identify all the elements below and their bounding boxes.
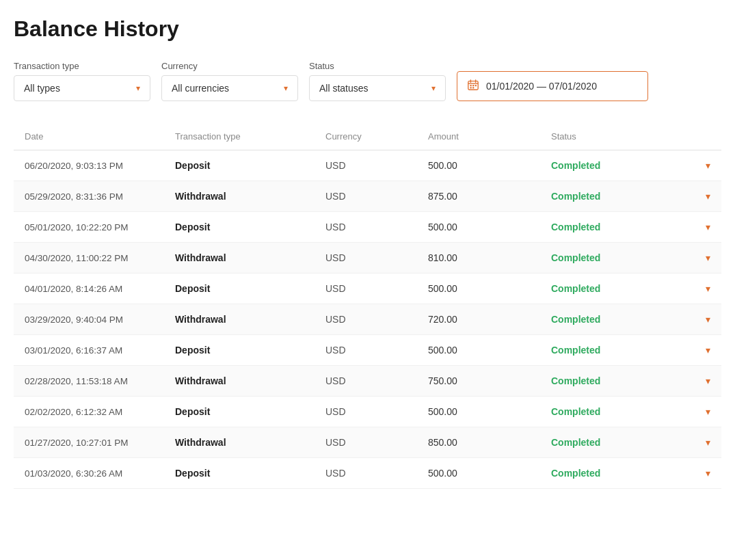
cell-type: Deposit (175, 160, 325, 171)
header-expand (678, 131, 710, 142)
cell-expand[interactable]: ▾ (678, 160, 710, 171)
table-row[interactable]: 02/02/2020, 6:12:32 AM Deposit USD 500.0… (14, 397, 721, 427)
cell-expand[interactable]: ▾ (678, 252, 710, 263)
status-select[interactable]: All statuses ▾ (309, 75, 446, 101)
transaction-type-chevron-icon: ▾ (136, 83, 140, 93)
cell-status: Completed (551, 283, 678, 294)
cell-amount: 750.00 (428, 375, 551, 386)
cell-amount: 500.00 (428, 468, 551, 479)
transaction-type-filter: Transaction type All types ▾ (14, 61, 150, 101)
status-label: Status (309, 61, 446, 71)
calendar-icon (467, 79, 479, 94)
status-value: All statuses (319, 83, 369, 94)
table-body: 06/20/2020, 9:03:13 PM Deposit USD 500.0… (14, 150, 721, 489)
svg-rect-4 (470, 85, 472, 86)
cell-type: Deposit (175, 406, 325, 417)
cell-currency: USD (325, 222, 428, 232)
cell-amount: 850.00 (428, 437, 551, 448)
expand-chevron-icon: ▾ (706, 252, 710, 263)
expand-chevron-icon: ▾ (706, 345, 710, 356)
page-title: Balance History (14, 16, 721, 42)
table-row[interactable]: 05/29/2020, 8:31:36 PM Withdrawal USD 87… (14, 181, 721, 212)
table-row[interactable]: 04/30/2020, 11:00:22 PM Withdrawal USD 8… (14, 243, 721, 274)
expand-chevron-icon: ▾ (706, 191, 710, 202)
cell-date: 03/29/2020, 9:40:04 PM (25, 315, 175, 325)
cell-currency: USD (325, 314, 428, 325)
cell-date: 04/30/2020, 11:00:22 PM (25, 253, 175, 263)
cell-status: Completed (551, 468, 678, 479)
cell-currency: USD (325, 375, 428, 386)
currency-label: Currency (161, 61, 298, 71)
date-range-picker[interactable]: 01/01/2020 — 07/01/2020 (457, 71, 648, 101)
cell-currency: USD (325, 283, 428, 294)
cell-amount: 810.00 (428, 252, 551, 263)
currency-chevron-icon: ▾ (284, 83, 288, 93)
header-status: Status (551, 131, 678, 142)
currency-select[interactable]: All currencies ▾ (161, 75, 298, 101)
cell-date: 02/28/2020, 11:53:18 AM (25, 376, 175, 386)
cell-type: Withdrawal (175, 252, 325, 263)
table-row[interactable]: 03/01/2020, 6:16:37 AM Deposit USD 500.0… (14, 335, 721, 366)
cell-type: Deposit (175, 283, 325, 294)
svg-rect-5 (472, 85, 474, 86)
cell-type: Withdrawal (175, 375, 325, 386)
expand-chevron-icon: ▾ (706, 437, 710, 448)
cell-expand[interactable]: ▾ (678, 191, 710, 202)
cell-expand[interactable]: ▾ (678, 283, 710, 294)
expand-chevron-icon: ▾ (706, 283, 710, 294)
cell-status: Completed (551, 252, 678, 263)
table-row[interactable]: 04/01/2020, 8:14:26 AM Deposit USD 500.0… (14, 274, 721, 304)
cell-date: 02/02/2020, 6:12:32 AM (25, 407, 175, 417)
transaction-type-value: All types (24, 83, 60, 94)
header-amount: Amount (428, 131, 551, 142)
cell-date: 05/29/2020, 8:31:36 PM (25, 191, 175, 202)
table-row[interactable]: 03/29/2020, 9:40:04 PM Withdrawal USD 72… (14, 304, 721, 335)
cell-date: 03/01/2020, 6:16:37 AM (25, 345, 175, 356)
table-header: Date Transaction type Currency Amount St… (14, 123, 721, 150)
cell-type: Deposit (175, 468, 325, 479)
cell-expand[interactable]: ▾ (678, 406, 710, 417)
cell-status: Completed (551, 191, 678, 202)
cell-amount: 500.00 (428, 222, 551, 232)
header-currency: Currency (325, 131, 428, 142)
cell-type: Deposit (175, 222, 325, 232)
cell-expand[interactable]: ▾ (678, 437, 710, 448)
table-row[interactable]: 06/20/2020, 9:03:13 PM Deposit USD 500.0… (14, 150, 721, 181)
expand-chevron-icon: ▾ (706, 314, 710, 325)
cell-amount: 720.00 (428, 314, 551, 325)
expand-chevron-icon: ▾ (706, 375, 710, 386)
cell-expand[interactable]: ▾ (678, 375, 710, 386)
cell-expand[interactable]: ▾ (678, 345, 710, 356)
cell-status: Completed (551, 160, 678, 171)
table-row[interactable]: 01/27/2020, 10:27:01 PM Withdrawal USD 8… (14, 427, 721, 458)
transaction-type-select[interactable]: All types ▾ (14, 75, 150, 101)
cell-date: 04/01/2020, 8:14:26 AM (25, 284, 175, 294)
cell-currency: USD (325, 437, 428, 448)
cell-currency: USD (325, 160, 428, 171)
cell-amount: 500.00 (428, 283, 551, 294)
cell-currency: USD (325, 406, 428, 417)
svg-rect-7 (470, 87, 472, 88)
cell-status: Completed (551, 437, 678, 448)
cell-expand[interactable]: ▾ (678, 314, 710, 325)
table-row[interactable]: 05/01/2020, 10:22:20 PM Deposit USD 500.… (14, 212, 721, 243)
cell-date: 01/03/2020, 6:30:26 AM (25, 468, 175, 479)
header-type: Transaction type (175, 131, 325, 142)
table-row[interactable]: 01/03/2020, 6:30:26 AM Deposit USD 500.0… (14, 458, 721, 489)
cell-amount: 500.00 (428, 345, 551, 356)
svg-rect-8 (472, 87, 474, 88)
cell-date: 01/27/2020, 10:27:01 PM (25, 438, 175, 448)
status-chevron-icon: ▾ (431, 83, 436, 93)
cell-currency: USD (325, 345, 428, 356)
cell-currency: USD (325, 191, 428, 202)
expand-chevron-icon: ▾ (706, 160, 710, 171)
cell-type: Withdrawal (175, 437, 325, 448)
cell-amount: 500.00 (428, 406, 551, 417)
cell-expand[interactable]: ▾ (678, 222, 710, 232)
cell-currency: USD (325, 252, 428, 263)
cell-expand[interactable]: ▾ (678, 468, 710, 479)
cell-status: Completed (551, 345, 678, 356)
cell-currency: USD (325, 468, 428, 479)
cell-type: Withdrawal (175, 314, 325, 325)
table-row[interactable]: 02/28/2020, 11:53:18 AM Withdrawal USD 7… (14, 366, 721, 397)
